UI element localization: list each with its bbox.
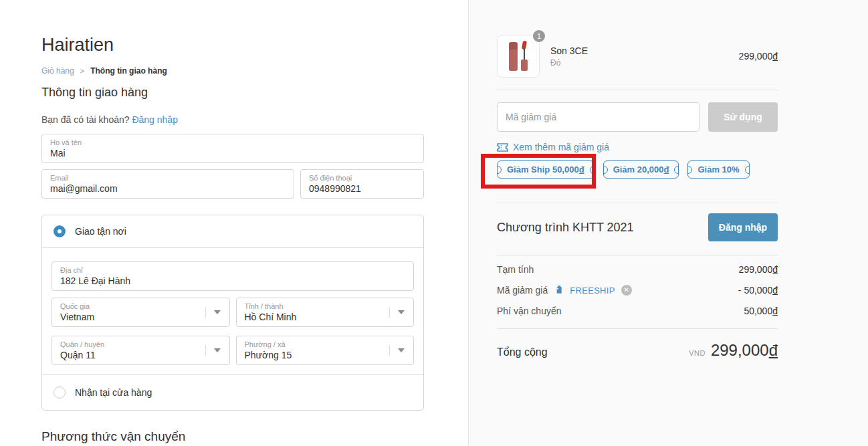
breadcrumb-cart-link[interactable]: Giỏ hàng	[41, 66, 74, 76]
subtotal-value: 299,000đ	[739, 264, 778, 275]
phone-field[interactable]: Số điện thoại 0948990821	[300, 169, 424, 199]
quantity-badge: 1	[532, 29, 546, 43]
view-more-codes-link[interactable]: Xem thêm mã giảm giá	[497, 142, 609, 152]
name-field-value: Mai	[50, 147, 415, 159]
country-select-label: Quốc gia	[60, 302, 200, 311]
email-field-label: Email	[50, 174, 286, 183]
loyalty-login-button[interactable]: Đăng nhập	[708, 213, 778, 241]
product-variant: Đỏ	[550, 58, 739, 68]
subtotal-label: Tạm tính	[497, 264, 534, 275]
country-select[interactable]: Quốc gia Vietnam	[51, 298, 230, 327]
coupon-chip-20000[interactable]: Giảm 20,000đ	[603, 160, 679, 179]
district-select-label: Quận / huyện	[60, 340, 200, 349]
delivery-options-box: Giao tận nơi Địa chỉ 182 Lê Đại Hành Quố…	[41, 215, 424, 411]
province-select[interactable]: Tỉnh / thành Hồ Chí Minh	[236, 298, 415, 327]
divider	[497, 203, 778, 203]
dong-symbol: đ	[772, 264, 778, 275]
account-prompt: Bạn đã có tài khoản? Đăng nhập	[41, 114, 424, 125]
phone-field-label: Số điện thoại	[309, 174, 415, 183]
region-row-2: Quận / huyện Quận 11 Phường / xã Phường …	[51, 336, 414, 365]
chevron-down-icon[interactable]	[205, 298, 229, 326]
dong-symbol: đ	[772, 285, 778, 296]
discount-code-row: Sử dụng	[497, 102, 778, 132]
discount-applied-label: Mã giảm giá FREESHIP ✕	[497, 285, 632, 296]
breadcrumb-separator-icon: >	[80, 67, 84, 75]
discount-code-input[interactable]	[497, 102, 699, 132]
loyalty-program-row: Chương trình KHTT 2021 Đăng nhập	[497, 213, 778, 241]
radio-selected-icon[interactable]	[53, 225, 66, 237]
country-select-value: Vietnam	[60, 311, 200, 323]
dong-symbol: đ	[664, 164, 669, 175]
ward-select[interactable]: Phường / xã Phường 15	[236, 336, 415, 365]
chevron-down-icon[interactable]	[389, 298, 413, 326]
divider	[497, 255, 778, 255]
total-value: 299,000đ	[711, 341, 778, 360]
loyalty-program-title: Chương trình KHTT 2021	[497, 221, 634, 235]
coupon-icon	[497, 143, 508, 152]
discount-amount-value: - 50,000đ	[738, 285, 778, 296]
page-title: Thông tin giao hàng	[41, 86, 424, 100]
subtotal-row: Tạm tính 299,000đ	[497, 264, 778, 275]
apply-discount-button[interactable]: Sử dụng	[708, 102, 778, 132]
product-name: Son 3CE	[550, 45, 739, 56]
dong-symbol: đ	[769, 341, 778, 359]
chevron-down-icon[interactable]	[389, 336, 413, 364]
district-select[interactable]: Quận / huyện Quận 11	[51, 336, 230, 365]
name-field[interactable]: Họ và tên Mai	[41, 134, 424, 163]
divider	[497, 328, 778, 329]
tag-icon	[554, 286, 564, 296]
coupon-chip-freeship[interactable]: Giảm Ship 50,000đ	[497, 160, 594, 179]
shipping-fee-value: 50,000đ	[744, 306, 778, 316]
region-row-1: Quốc gia Vietnam Tỉnh / thành Hồ Chí Min…	[51, 298, 414, 327]
dong-symbol: đ	[772, 51, 778, 62]
login-link[interactable]: Đăng nhập	[132, 114, 178, 125]
coupon-chip-10-percent[interactable]: Giảm 10%	[687, 160, 749, 179]
product-price: 299,000đ	[739, 51, 778, 62]
shipping-info-panel: Hairatien Giỏ hàng > Thông tin giao hàng…	[0, 0, 468, 446]
discount-applied-row: Mã giảm giá FREESHIP ✕ - 50,000đ	[497, 285, 778, 296]
shipping-method-heading: Phương thức vận chuyển	[41, 429, 424, 444]
phone-field-value: 0948990821	[309, 183, 415, 195]
delivery-option-pickup-label: Nhận tại cửa hàng	[75, 387, 152, 398]
divider	[497, 90, 778, 90]
district-select-value: Quận 11	[60, 349, 200, 361]
order-summary-panel: 1 Son 3CE Đỏ 299,000đ Sử dụng Xem thêm m…	[468, 0, 868, 446]
remove-discount-icon[interactable]: ✕	[621, 285, 632, 296]
dong-symbol: đ	[579, 164, 584, 175]
cart-line-item: 1 Son 3CE Đỏ 299,000đ	[497, 35, 778, 78]
store-name[interactable]: Hairatien	[41, 35, 424, 55]
account-prompt-text: Bạn đã có tài khoản?	[41, 114, 130, 125]
currency-code: VND	[689, 349, 706, 357]
shipping-fee-label: Phí vận chuyển	[497, 306, 562, 316]
radio-unselected-icon[interactable]	[53, 386, 66, 399]
coupon-chips-row: Giảm Ship 50,000đ Giảm 20,000đ Giảm 10%	[497, 160, 778, 179]
chevron-down-icon[interactable]	[205, 336, 229, 364]
ward-select-label: Phường / xã	[245, 340, 385, 349]
shipping-fee-row: Phí vận chuyển 50,000đ	[497, 306, 778, 316]
discount-code-text: FREESHIP	[570, 286, 615, 296]
address-fields: Địa chỉ 182 Lê Đại Hành Quốc gia Vietnam…	[42, 248, 423, 374]
product-info: Son 3CE Đỏ	[550, 45, 739, 68]
total-label: Tổng cộng	[497, 346, 548, 358]
ward-select-value: Phường 15	[245, 349, 385, 361]
lipstick-tube-graphic	[509, 42, 518, 71]
province-select-value: Hồ Chí Minh	[245, 311, 385, 323]
delivery-option-home[interactable]: Giao tận nơi	[42, 215, 423, 247]
total-row: Tổng cộng VND 299,000đ	[497, 341, 778, 360]
checkout-page: Hairatien Giỏ hàng > Thông tin giao hàng…	[0, 0, 868, 446]
product-thumbnail: 1	[497, 35, 540, 78]
dong-symbol: đ	[772, 306, 778, 316]
email-field-value: mai@gmail.com	[50, 183, 286, 195]
delivery-option-home-label: Giao tận nơi	[75, 226, 126, 237]
breadcrumb-current: Thông tin giao hàng	[90, 66, 167, 76]
name-field-label: Họ và tên	[50, 138, 415, 147]
contact-row: Email mai@gmail.com Số điện thoại 094899…	[41, 169, 424, 199]
address-field-value: 182 Lê Đại Hành	[60, 275, 405, 287]
email-field[interactable]: Email mai@gmail.com	[41, 169, 294, 199]
address-field-label: Địa chỉ	[60, 266, 405, 275]
breadcrumb: Giỏ hàng > Thông tin giao hàng	[41, 66, 424, 76]
delivery-option-pickup[interactable]: Nhận tại cửa hàng	[42, 375, 423, 410]
cost-summary: Tạm tính 299,000đ Mã giảm giá FREESHIP ✕…	[497, 264, 778, 316]
province-select-label: Tỉnh / thành	[245, 302, 385, 311]
address-field[interactable]: Địa chỉ 182 Lê Đại Hành	[51, 261, 414, 291]
